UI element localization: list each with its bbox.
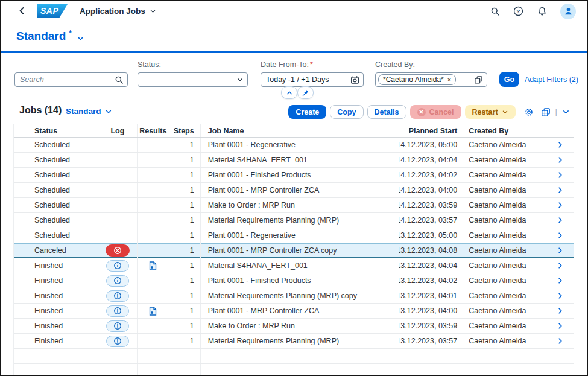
app-title-menu[interactable]: Application Jobs [80, 1, 156, 21]
go-button[interactable]: Go [499, 72, 519, 87]
row-nav-chevron-icon[interactable] [557, 292, 564, 299]
table-row[interactable]: Scheduled 1 Material S4HANA_FERT_001 14.… [14, 153, 574, 168]
date-range-value: Today -1 / +1 Days [261, 75, 350, 84]
info-icon [113, 292, 122, 300]
row-nav-chevron-icon[interactable] [557, 337, 564, 345]
planned-start: 13.12.2023, 04:02 [399, 276, 457, 285]
log-info-badge[interactable] [106, 290, 129, 302]
row-nav-chevron-icon[interactable] [557, 277, 564, 284]
planned-start: 13.12.2023, 04:01 [399, 292, 457, 300]
column-header-status[interactable]: Status [14, 124, 98, 137]
sap-logo: SAP [37, 4, 68, 18]
table-row[interactable]: Canceled 1 Plant 0001 - MRP Controller Z… [14, 243, 574, 258]
log-info-badge[interactable] [106, 275, 129, 287]
job-steps: 1 [190, 141, 194, 149]
chevron-down-icon[interactable] [562, 108, 570, 116]
row-nav-chevron-icon[interactable] [557, 232, 564, 239]
created-by-input[interactable]: *Caetano Almeida*× [375, 72, 487, 87]
job-name: Plant 0001 - MRP Controller ZCA [208, 307, 320, 315]
table-row[interactable]: Scheduled 1 Plant 0001 - Finished Produc… [14, 168, 574, 183]
avatar-icon[interactable] [560, 4, 576, 19]
log-info-badge[interactable] [106, 320, 129, 332]
column-header-log[interactable]: Log [98, 124, 138, 137]
table-row[interactable]: Scheduled 1 Material Requirements Planni… [14, 213, 574, 228]
variant-selector[interactable]: Standard* [16, 30, 84, 43]
chevron-down-icon [502, 109, 508, 115]
table-variant-selector[interactable]: Standard [66, 107, 112, 116]
date-picker-icon[interactable] [350, 75, 359, 84]
log-info-badge[interactable] [106, 336, 129, 347]
job-status: Finished [34, 307, 63, 315]
table-title: Jobs (14) [19, 105, 62, 116]
table-row[interactable]: Scheduled 1 Plant 0001 - Regenerative 13… [14, 228, 574, 243]
filter-token[interactable]: *Caetano Almeida*× [378, 74, 456, 85]
back-icon[interactable] [17, 6, 27, 16]
created-by: Caetano Almeida [469, 171, 526, 179]
log-info-badge[interactable] [106, 305, 129, 317]
job-status: Scheduled [34, 201, 70, 209]
table-row[interactable]: Finished 1 Make to Order : MRP Run 13.12… [14, 319, 574, 334]
row-nav-chevron-icon[interactable] [557, 307, 564, 314]
variant-name: Standard [16, 30, 66, 43]
help-icon[interactable]: ? [513, 6, 523, 16]
results-document-icon[interactable] [149, 261, 157, 270]
copy-button[interactable]: Copy [330, 105, 363, 119]
search-icon[interactable] [490, 6, 500, 16]
log-cell [106, 320, 129, 332]
log-error-badge[interactable] [106, 244, 130, 257]
planned-start: 14.12.2023, 04:04 [399, 156, 457, 164]
results-document-icon[interactable] [149, 307, 157, 316]
row-nav-chevron-icon[interactable] [557, 247, 564, 254]
planned-start: 14.12.2023, 04:00 [399, 186, 457, 194]
table-row[interactable]: Finished 1 Material Requirements Plannin… [14, 334, 574, 349]
table-row[interactable]: Finished 1 Material Requirements Plannin… [14, 288, 574, 304]
column-header-created-by[interactable]: Created By [463, 124, 551, 137]
status-select[interactable] [138, 72, 248, 87]
table-row[interactable]: Scheduled 1 Plant 0001 - MRP Controller … [14, 183, 574, 198]
table-row[interactable]: Finished 1 Plant 0001 - Finished Product… [14, 273, 574, 288]
column-header-steps[interactable]: Steps [169, 124, 201, 137]
column-header-planned-start[interactable]: Planned Start [399, 124, 463, 137]
restart-button[interactable]: Restart [465, 105, 516, 119]
variant-management-bar: Standard* [1, 22, 587, 53]
column-header-job-name[interactable]: Job Name [201, 124, 400, 137]
table-row[interactable]: Finished 1 Plant 0001 - MRP Controller Z… [14, 304, 574, 319]
row-nav-chevron-icon[interactable] [557, 262, 564, 269]
date-range-input[interactable]: Today -1 / +1 Days [261, 72, 364, 87]
pin-header-button[interactable] [297, 86, 314, 99]
settings-gear-icon[interactable] [524, 107, 534, 117]
row-nav-chevron-icon[interactable] [557, 202, 564, 209]
column-header-results[interactable]: Results [138, 124, 169, 137]
job-name: Plant 0001 - Regenerative [208, 231, 296, 240]
row-nav-chevron-icon[interactable] [557, 322, 564, 330]
row-nav-chevron-icon[interactable] [557, 156, 564, 164]
job-status: Canceled [34, 246, 66, 255]
cancel-button[interactable]: ✕ Cancel [410, 105, 461, 119]
table-row[interactable]: Finished 1 Material S4HANA_FERT_001 13.1… [14, 258, 574, 273]
job-status: Finished [34, 276, 63, 285]
table-row[interactable]: Scheduled 1 Make to Order : MRP Run 14.1… [14, 198, 574, 213]
row-nav-chevron-icon[interactable] [557, 171, 564, 179]
job-name: Material S4HANA_FERT_001 [208, 156, 308, 164]
bell-icon[interactable] [537, 6, 547, 16]
info-icon [113, 261, 122, 270]
search-icon[interactable] [115, 75, 124, 84]
collapse-header-button[interactable] [281, 86, 297, 99]
job-steps: 1 [190, 201, 194, 209]
export-spreadsheet-icon[interactable] [541, 107, 551, 117]
details-button[interactable]: Details [367, 105, 406, 119]
row-nav-chevron-icon[interactable] [557, 217, 564, 224]
planned-start: 14.12.2023, 03:59 [399, 201, 457, 209]
created-by: Caetano Almeida [469, 156, 526, 164]
row-nav-chevron-icon[interactable] [557, 141, 564, 148]
token-remove-icon[interactable]: × [447, 76, 451, 83]
value-help-icon[interactable] [474, 75, 483, 84]
log-cell [106, 305, 129, 317]
row-nav-chevron-icon[interactable] [557, 186, 564, 194]
table-row[interactable]: Scheduled 1 Plant 0001 - Regenerative 14… [14, 138, 574, 153]
adapt-filters-link[interactable]: Adapt Filters (2) [525, 75, 578, 84]
job-status: Finished [34, 261, 63, 270]
search-input[interactable]: Search [14, 72, 128, 87]
create-button[interactable]: Create [288, 105, 326, 119]
log-info-badge[interactable] [106, 260, 129, 272]
